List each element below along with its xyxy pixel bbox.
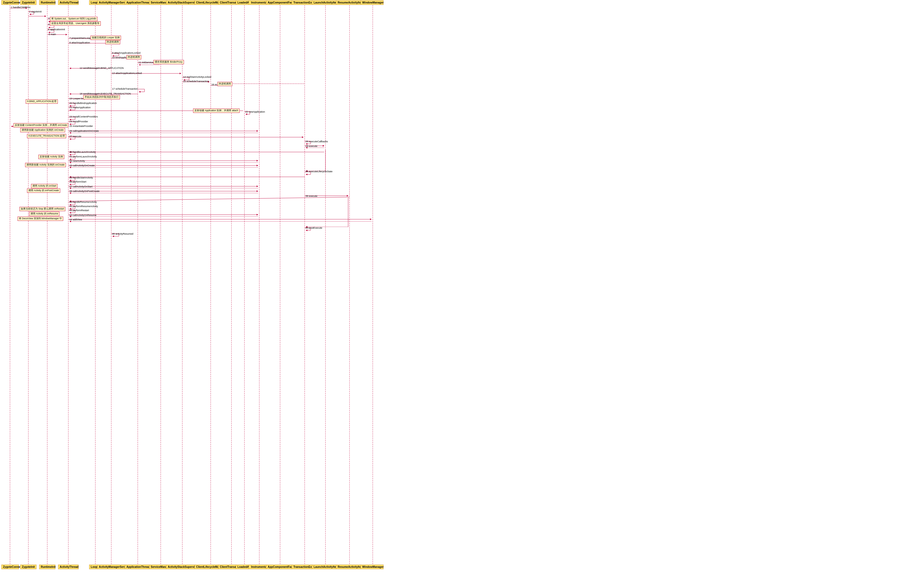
ann-11: 反射创建 ContentProvider 实例，并调用 onCreate — [13, 123, 68, 127]
participant-AppComponentFactory-bottom: AppComponentFactory — [266, 565, 295, 569]
msg-20: 20 handleBindApplication — [69, 102, 97, 104]
ann-17: 调用 Activity 的 onPostCreate — [27, 188, 60, 193]
ann-18: 如果当前状态为 Stop 那么调用 onRestart — [20, 207, 65, 211]
ann-9: H.BIND_APPLICATION 处理 — [26, 99, 58, 104]
sequence-diagram: ZygoteConnection ZygoteInit RuntimeInit … — [0, 0, 924, 580]
ann-14: 反射创建 Activity 实例 — [38, 155, 64, 159]
msg-14: 14 realStartActivityLocked — [183, 76, 211, 78]
msg-1: 1 handleChildProc — [11, 6, 31, 9]
participant-ActivityThread-bottom: ActivityThread — [58, 565, 79, 569]
msg-27: 27 execute — [69, 135, 81, 138]
participant-RuntimeInit-bottom: RuntimeInit — [39, 565, 55, 569]
msg-24: 24 installProvider — [69, 120, 88, 123]
msg-25: 25 instantiateProvider — [69, 125, 93, 127]
svg-line-110 — [70, 197, 350, 201]
ann-3: 创建主线程的 Looper 实例 — [91, 36, 121, 40]
msg-28: 28 executeCallbacks — [305, 140, 328, 143]
msg-9: 9 attachApplicationLocked — [112, 51, 140, 54]
msg-40: 40 handleResumeActivity — [69, 201, 97, 203]
ann-4: 跨进程调用 — [106, 40, 120, 44]
msg-18: 18 sendMessageH.EXECUTE_TRANSACTION — [80, 92, 131, 95]
ann-7: 跨进程调用 — [218, 82, 232, 86]
participant-ActivityManagerService-top: ActivityManagerService — [97, 0, 125, 5]
msg-45: 45 postExecute — [305, 227, 322, 229]
ann-1: 将 System.out、System.err 转到 Log.println — [50, 17, 97, 21]
ann-6: 缓存系统服务 BinderProxy — [153, 60, 184, 64]
participant-ActivityThread-top: ActivityThread — [58, 0, 79, 5]
ann-19: 调用 Activity 的 onResume — [29, 212, 59, 216]
participant-ResumeActivityItem-bottom: ResumeActivityItem — [336, 565, 363, 569]
participant-AppComponentFactory-top: AppComponentFactory — [266, 0, 295, 5]
msg-15: 15 scheduleTransaction — [183, 80, 209, 82]
participant-ResumeActivityItem-top: ResumeActivityItem — [336, 0, 363, 5]
participant-ApplicationThread-top: ApplicationThread — [125, 0, 151, 5]
participant-ApplicationThread-bottom: ApplicationThread — [125, 565, 151, 569]
participant-LaunchActivityItem-top: LaunchActivityItem — [312, 0, 338, 5]
msg-2: 2 zygoteInit — [29, 10, 41, 13]
msg-7: 7 prepareMainLooper — [69, 37, 92, 40]
ann-10: 反射创建 Application 实例，并调用 attach — [193, 109, 239, 113]
ann-2: 设置全局异常处理器、UserAgent 系统参数等 — [50, 21, 101, 26]
msg-34: 34 executeLifecycleState — [305, 170, 332, 173]
ann-16: 调用 Activity 的 onStart — [31, 184, 58, 188]
msg-26: 26 callApplicationOnCreate — [69, 130, 99, 132]
ann-20: 将 DecorView 添加到 WindowManager 中 — [18, 217, 63, 221]
msg-39: 39 execute — [305, 195, 317, 198]
participant-RuntimeInit-top: RuntimeInit — [39, 0, 55, 5]
msg-33: 33 callActivityOnCreate — [69, 164, 95, 167]
ann-8: 开始从消息队列中取消息并执行 — [83, 95, 120, 99]
msg-41: 41 performResumeActivity — [69, 205, 98, 208]
msg-22: 22 newApplication — [245, 110, 265, 113]
msg-5: 5 applicationInit — [48, 28, 65, 31]
msg-43: 43 callActivityOnResume — [69, 214, 96, 217]
ann-15: 调用新创建 Activity 实例的 onCreate — [25, 163, 66, 167]
participant-WindowManager-bottom: WindowManager — [361, 565, 384, 569]
msg-36: 36 performStart — [69, 180, 86, 183]
msg-12: 12 sendMessageH.BIND_APPLICATION — [80, 67, 124, 69]
participant-ActivityStackSupervisor-bottom: ActivityStackSupervisor — [166, 565, 198, 569]
participant-ZygoteConnection-top: ZygoteConnection — [2, 0, 19, 5]
participant-LaunchActivityItem-bottom: LaunchActivityItem — [312, 565, 338, 569]
msg-46: 46 activityResumed — [112, 232, 134, 235]
msg-42: 42 performRestart — [69, 209, 89, 212]
ann-12: 调用新创建 Application 实例的 onCreate — [20, 128, 65, 132]
msg-31: 31 performLaunchActivity — [69, 155, 97, 158]
ann-13: H.EXECUTE_TRANSACTION 处理 — [27, 134, 66, 138]
msg-6: 6 main — [49, 33, 56, 36]
msg-17: 17 scheduleTransaction — [112, 87, 138, 90]
msg-23: 23 installContentProviders — [69, 115, 98, 118]
msg-37: 37 callActivityOnStart — [69, 185, 92, 188]
ann-5: 跨进程调用 — [126, 55, 141, 59]
msg-13: 13 attachApplicationLocked — [112, 72, 142, 74]
participant-ZygoteConnection-bottom: ZygoteConnection — [2, 565, 19, 569]
msg-21: 21 makeApplication — [69, 106, 91, 109]
arrows-svg — [0, 0, 924, 580]
msg-8: 8 attachApplication — [69, 41, 90, 44]
participant-ActivityStackSupervisor-top: ActivityStackSupervisor — [166, 0, 198, 5]
participant-ActivityManagerService-bottom: ActivityManagerService — [97, 565, 125, 569]
msg-30: 30 handleLaunchActivity — [69, 151, 96, 153]
participant-ZygoteInit-bottom: ZygoteInit — [20, 565, 36, 569]
msg-38: 38 callActivityOnPostCreate — [69, 190, 100, 193]
participant-ZygoteInit-top: ZygoteInit — [20, 0, 36, 5]
msg-32: 32 newActivity — [69, 160, 85, 162]
participant-WindowManager-top: WindowManager — [361, 0, 384, 5]
msg-44: 44 addView — [69, 218, 82, 221]
msg-35: 35 handleStartActivity — [69, 176, 93, 179]
msg-29: 29 execute — [305, 145, 317, 147]
